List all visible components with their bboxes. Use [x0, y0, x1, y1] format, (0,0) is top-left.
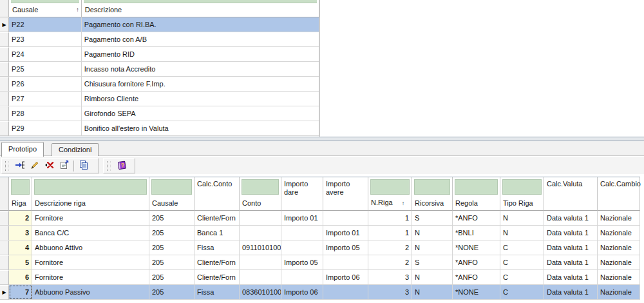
table-row[interactable]: P29Bonifico all'estero in Valuta	[0, 121, 319, 136]
cell-descrizione[interactable]: Fornitore	[32, 211, 149, 226]
cell-regola[interactable]: *NONE	[453, 285, 500, 300]
cell-regola[interactable]: *ANFO	[453, 270, 500, 285]
filter-box[interactable]	[151, 179, 192, 195]
cell-importo_dare[interactable]: Importo 05	[281, 255, 323, 270]
table-row[interactable]: P28Girofondo SEPA	[0, 106, 319, 121]
column-header-calc_valuta[interactable]: Calc.Valuta	[544, 177, 598, 211]
cell-riga[interactable]: 4	[9, 240, 32, 255]
cell-calc_cambio[interactable]: Nazionale	[598, 226, 640, 240]
cell-causale[interactable]: P27	[9, 92, 82, 106]
filter-box[interactable]	[502, 179, 542, 195]
cell-regola[interactable]: *NONE	[453, 240, 500, 255]
cell-calc_conto[interactable]: Banca 1	[194, 226, 240, 240]
cell-descrizione[interactable]: Pagamento con A/B	[82, 32, 319, 47]
row-selector[interactable]	[0, 121, 9, 136]
cell-riga[interactable]: 3	[9, 226, 32, 240]
cell-conto[interactable]	[240, 226, 281, 240]
row-selector[interactable]	[0, 255, 9, 270]
table-row[interactable]: ▶7Abbuono Passivo205Fissa0836010100Impor…	[0, 285, 640, 300]
horizontal-splitter[interactable]	[0, 137, 644, 141]
delete-button[interactable]	[42, 159, 57, 173]
column-header-descrizione[interactable]: Descrizione	[82, 0, 319, 17]
cell-calc_conto[interactable]: Fissa	[194, 240, 240, 255]
cell-n_riga[interactable]: 2	[368, 255, 412, 270]
cell-descrizione[interactable]: Girofondo SEPA	[82, 106, 319, 121]
table-row[interactable]: 5Fornitore205Cliente/FornImporto 052S*AN…	[0, 255, 640, 270]
cell-riga[interactable]: 5	[9, 255, 32, 270]
cell-calc_cambio[interactable]: Nazionale	[598, 270, 640, 285]
cell-causale[interactable]: P28	[9, 106, 82, 121]
cell-tipo_riga[interactable]: C	[500, 255, 544, 270]
cell-conto[interactable]	[240, 255, 281, 270]
properties-button[interactable]	[57, 159, 71, 173]
column-header-causale[interactable]: Causale↑	[9, 0, 82, 17]
cell-causale[interactable]: 205	[149, 285, 194, 300]
cell-descrizione[interactable]: Banca C/C	[32, 226, 149, 240]
cell-calc_cambio[interactable]: Nazionale	[598, 285, 640, 300]
cell-causale[interactable]: P29	[9, 121, 82, 136]
column-header-calc_cambio[interactable]: Calc.Cambio	[598, 177, 640, 211]
cell-n_riga[interactable]: 3	[368, 285, 412, 300]
table-row[interactable]: P24Pagamento RID	[0, 47, 319, 62]
cell-importo_avere[interactable]: Importo 06	[323, 270, 368, 285]
cell-regola[interactable]: *ANFO	[453, 211, 500, 226]
cell-importo_avere[interactable]: Importo 05	[323, 240, 368, 255]
row-selector[interactable]	[0, 92, 9, 106]
cell-calc_valuta[interactable]: Data valuta 1	[544, 211, 598, 226]
table-row[interactable]: P27Rimborso Cliente	[0, 92, 319, 106]
cell-descrizione[interactable]: Chisusura fornitore F.Imp.	[82, 77, 319, 92]
table-row[interactable]: 6Fornitore205Cliente/FornImporto 063N*AN…	[0, 270, 640, 285]
cell-descrizione[interactable]: Fornitore	[32, 255, 149, 270]
cell-importo_avere[interactable]	[323, 255, 368, 270]
toolbar-grip[interactable]	[107, 161, 111, 171]
row-selector[interactable]	[0, 240, 9, 255]
insert-row-button[interactable]	[12, 159, 27, 173]
cell-descrizione[interactable]: Fornitore	[32, 270, 149, 285]
row-selector[interactable]	[0, 106, 9, 121]
column-header-importo_avere[interactable]: Importo avere	[323, 177, 368, 211]
cell-ricorsiva[interactable]: N	[412, 270, 453, 285]
cell-calc_conto[interactable]: Cliente/Forn	[194, 211, 240, 226]
cell-calc_valuta[interactable]: Data valuta 1	[544, 240, 598, 255]
cell-descrizione[interactable]: Pagamento con RI.BA.	[82, 17, 319, 32]
cell-riga[interactable]: 2	[9, 211, 32, 226]
table-row[interactable]: 4Abbuono Attivo205Fissa0911010100Importo…	[0, 240, 640, 255]
row-selector[interactable]	[0, 226, 9, 240]
cell-descrizione[interactable]: Abbuono Attivo	[32, 240, 149, 255]
table-row[interactable]: 2Fornitore205Cliente/FornImporto 011S*AN…	[0, 211, 640, 226]
cell-causale[interactable]: 205	[149, 270, 194, 285]
copy-button[interactable]	[76, 159, 91, 173]
cell-calc_valuta[interactable]: Data valuta 1	[544, 270, 598, 285]
row-selector[interactable]	[0, 32, 9, 47]
cell-causale[interactable]: 205	[149, 255, 194, 270]
cell-calc_conto[interactable]: Fissa	[194, 285, 240, 300]
cell-descrizione[interactable]: Pagamento RID	[82, 47, 319, 62]
row-selector[interactable]: ▶	[0, 17, 9, 32]
cell-calc_cambio[interactable]: Nazionale	[598, 240, 640, 255]
filter-box[interactable]	[11, 179, 30, 195]
column-header-n_riga[interactable]: N.Riga↑	[368, 177, 412, 211]
table-row[interactable]: P25Incasso nota Accredito	[0, 62, 319, 77]
table-row[interactable]: P26Chisusura fornitore F.Imp.	[0, 77, 319, 92]
column-header-regola[interactable]: Regola	[453, 177, 500, 211]
row-selector[interactable]: ▶	[0, 285, 9, 300]
cell-ricorsiva[interactable]: S	[412, 255, 453, 270]
cell-tipo_riga[interactable]: C	[500, 285, 544, 300]
cell-riga[interactable]: 7	[9, 285, 32, 300]
cell-descrizione[interactable]: Rimborso Cliente	[82, 92, 319, 106]
cell-conto[interactable]	[240, 270, 281, 285]
column-header-descrizione[interactable]: Descrizione riga	[32, 177, 149, 211]
column-header-calc_conto[interactable]: Calc.Conto	[194, 177, 240, 211]
cell-calc_conto[interactable]: Cliente/Forn	[194, 270, 240, 285]
cell-calc_valuta[interactable]: Data valuta 1	[544, 255, 598, 270]
table-row[interactable]: ▶P22Pagamento con RI.BA.	[0, 17, 319, 32]
table-row[interactable]: 3Banca C/C205Banca 1Importo 011N*BNLINDa…	[0, 226, 640, 240]
cell-causale[interactable]: P25	[9, 62, 82, 77]
cell-tipo_riga[interactable]: N	[500, 211, 544, 226]
cell-tipo_riga[interactable]: N	[500, 226, 544, 240]
cell-calc_cambio[interactable]: Nazionale	[598, 211, 640, 226]
cell-calc_cambio[interactable]: Nazionale	[598, 255, 640, 270]
help-button[interactable]: ?	[114, 159, 129, 173]
filter-box[interactable]	[414, 179, 450, 195]
cell-ricorsiva[interactable]: N	[412, 285, 453, 300]
